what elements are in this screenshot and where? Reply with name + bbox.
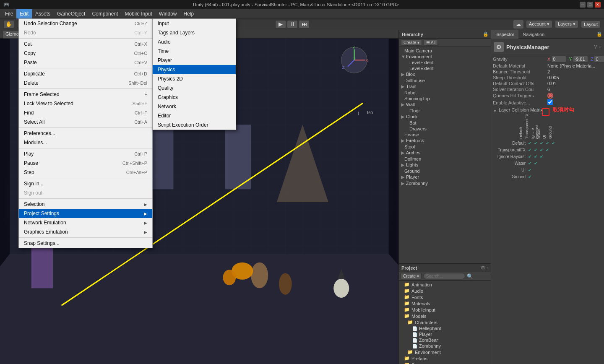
menu-snap-settings[interactable]: Snap Settings... <box>19 239 152 248</box>
component-settings-icon[interactable]: ≡ <box>599 44 601 50</box>
list-item[interactable]: LevelExtent <box>399 60 491 65</box>
menu-component[interactable]: Component <box>89 9 121 18</box>
lcm-check[interactable]: ✔ <box>533 140 538 146</box>
list-item[interactable]: 📁Characters <box>399 319 491 325</box>
lcm-check[interactable]: ✔ <box>527 174 532 179</box>
list-item[interactable]: 📁Audio <box>399 288 491 294</box>
list-item[interactable]: LevelExtent <box>399 65 491 71</box>
lcm-check[interactable]: ✔ <box>527 161 532 166</box>
tab-navigation[interactable]: Navigation <box>518 30 549 39</box>
cloud-icon[interactable]: ☁ <box>513 20 523 29</box>
list-item[interactable]: 📁Models <box>399 313 491 319</box>
menu-project-settings[interactable]: Project Settings ▶ <box>19 209 152 218</box>
list-item[interactable]: 📁Prefabs <box>399 355 491 361</box>
list-item[interactable]: SpinningTop <box>399 96 491 101</box>
menu-paste[interactable]: Paste Ctrl+V <box>19 58 152 67</box>
project-icon1[interactable]: ⊞ <box>481 265 484 270</box>
lcm-check[interactable]: ✔ <box>539 140 544 146</box>
submenu-physics[interactable]: Physics <box>153 65 236 74</box>
component-help-icon[interactable]: ? <box>594 44 597 50</box>
menu-gameobject[interactable]: GameObject <box>54 9 89 18</box>
lcm-check[interactable]: ✔ <box>545 140 550 146</box>
layers-dropdown[interactable]: Layers ▾ <box>555 20 578 28</box>
menu-select-all[interactable]: Select All Ctrl+A <box>19 117 152 127</box>
list-item[interactable]: ▶Wall <box>399 101 491 108</box>
submenu-input[interactable]: Input <box>153 19 236 28</box>
menu-selection[interactable]: Selection ▶ <box>19 200 152 209</box>
queries-hit-checkbox[interactable] <box>547 93 553 99</box>
play-button[interactable]: ▶ <box>275 20 286 29</box>
list-item[interactable]: Bat <box>399 120 491 126</box>
menu-frame-selected[interactable]: Frame Selected F <box>19 90 152 99</box>
list-item[interactable]: 📁Animation <box>399 281 491 288</box>
list-item[interactable]: Hearse <box>399 132 491 138</box>
menu-graphics-emulation[interactable]: Graphics Emulation ▶ <box>19 227 152 237</box>
list-item[interactable]: ▶Firetruck <box>399 138 491 144</box>
list-item[interactable]: Ground <box>399 168 491 174</box>
project-search-input[interactable] <box>423 273 465 279</box>
lcm-check[interactable]: ✔ <box>539 154 544 159</box>
step-button[interactable]: ⏭ <box>299 20 310 29</box>
submenu-physics2d[interactable]: Physics 2D <box>153 74 236 83</box>
lcm-check[interactable]: ✔ <box>527 140 532 146</box>
menu-file[interactable]: File <box>2 9 16 18</box>
menu-undo[interactable]: Undo Selection Change Ctrl+Z <box>19 19 152 28</box>
menu-duplicate[interactable]: Duplicate Ctrl+D <box>19 69 152 78</box>
project-create-button[interactable]: Create ▾ <box>401 273 422 279</box>
list-item[interactable]: ▶Blox <box>399 71 491 78</box>
lcm-check[interactable]: ✔ <box>527 147 532 152</box>
list-item[interactable]: ▶Player <box>399 174 491 180</box>
list-item[interactable]: 📄Player <box>399 331 491 337</box>
list-item[interactable]: 📄Hellephant <box>399 325 491 331</box>
enable-adaptive-checkbox[interactable] <box>547 99 553 105</box>
list-item[interactable]: Dollhouse <box>399 78 491 83</box>
submenu-tags-layers[interactable]: Tags and Layers <box>153 28 236 37</box>
list-item[interactable]: 📁Fonts <box>399 294 491 300</box>
list-item[interactable]: Main Camera <box>399 48 491 54</box>
list-item[interactable]: ▶Train <box>399 83 491 90</box>
lcm-check[interactable]: ✔ <box>533 147 538 152</box>
submenu-network[interactable]: Network <box>153 102 236 111</box>
menu-copy[interactable]: Copy Ctrl+C <box>19 49 152 58</box>
menu-preferences[interactable]: Preferences... <box>19 129 152 138</box>
lcm-check[interactable]: ✔ <box>527 154 532 159</box>
hierarchy-all-button[interactable]: ☰ All <box>424 39 438 46</box>
menu-pause[interactable]: Pause Ctrl+Shift+P <box>19 159 152 168</box>
list-item[interactable]: 📁Environment <box>399 349 491 355</box>
menu-lock-view[interactable]: Lock View to Selected Shift+F <box>19 99 152 108</box>
lcm-toggle[interactable]: ▼ Layer Collision Matrix <box>493 107 602 114</box>
maximize-button[interactable]: □ <box>587 2 593 8</box>
menu-assets[interactable]: Assets <box>32 9 54 18</box>
close-button[interactable]: ✕ <box>595 2 601 8</box>
list-item[interactable]: ▼Environment <box>399 54 491 60</box>
list-item[interactable]: Robot <box>399 90 491 96</box>
list-item[interactable]: Stool <box>399 144 491 150</box>
submenu-graphics[interactable]: Graphics <box>153 93 236 102</box>
menu-mobile-input[interactable]: Mobile Input <box>121 9 155 18</box>
lcm-check[interactable]: ✔ <box>551 140 556 146</box>
menu-step[interactable]: Step Ctrl+Alt+P <box>19 168 152 177</box>
submenu-editor[interactable]: Editor <box>153 111 236 120</box>
hierarchy-create-button[interactable]: Create ▾ <box>401 39 422 46</box>
gravity-x-input[interactable] <box>551 56 566 62</box>
inspector-lock-icon[interactable]: 🔒 <box>595 31 604 37</box>
list-item[interactable]: Floor <box>399 108 491 114</box>
list-item[interactable]: 📁Materials <box>399 300 491 307</box>
lcm-check[interactable]: ✔ <box>533 154 538 159</box>
menu-modules[interactable]: Modules... <box>19 138 152 147</box>
list-item[interactable]: ▶Arches <box>399 150 491 156</box>
list-item[interactable]: ▶Zombunny <box>399 180 491 187</box>
menu-network-emulation[interactable]: Network Emulation ▶ <box>19 218 152 227</box>
menu-delete[interactable]: Delete Shift+Del <box>19 78 152 88</box>
list-item[interactable]: 📄Zombunny <box>399 343 491 349</box>
submenu-quality[interactable]: Quality <box>153 83 236 93</box>
submenu-time[interactable]: Time <box>153 47 236 56</box>
menu-edit[interactable]: Edit <box>16 9 32 18</box>
tab-inspector[interactable]: Inspector <box>491 30 518 39</box>
list-item[interactable]: ▶Clock <box>399 114 491 120</box>
lcm-check[interactable]: ✔ <box>545 147 550 152</box>
project-search-icon[interactable]: 🔍 <box>467 273 473 279</box>
lcm-check[interactable]: ✔ <box>539 147 544 152</box>
submenu-player[interactable]: Player <box>153 56 236 65</box>
minimize-button[interactable]: ─ <box>580 2 586 8</box>
